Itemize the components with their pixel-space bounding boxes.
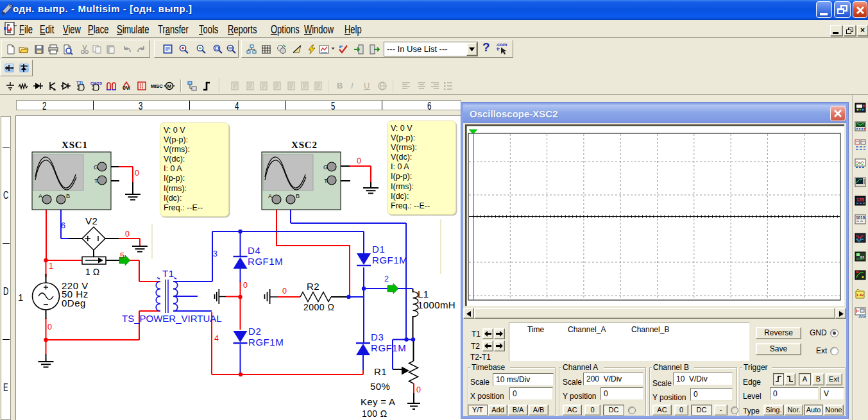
svg-text:B: B [66,193,70,199]
svg-text:1000mH: 1000mH [418,299,455,310]
svg-text:B: B [296,193,300,199]
svg-text:D4: D4 [248,245,260,256]
svg-text:123: 123 [856,197,864,202]
svg-text:2000 Ω: 2000 Ω [303,302,335,312]
svg-text:D1: D1 [372,244,385,255]
svg-text:3: 3 [213,249,217,258]
svg-text:L1: L1 [418,289,429,299]
svg-text:XSC2: XSC2 [291,140,318,150]
svg-text:T: T [324,178,328,184]
svg-text:0: 0 [125,230,130,239]
svg-text:R2: R2 [307,281,319,292]
svg-text:G: G [94,164,98,171]
svg-text:T1: T1 [162,268,174,279]
svg-text:A: A [38,193,42,199]
svg-text:XSC1: XSC1 [62,140,88,150]
svg-text:T: T [94,178,98,184]
svg-text:RGF1M: RGF1M [371,342,406,353]
svg-text:100 Ω: 100 Ω [362,408,387,419]
svg-text:1.4v: 1.4v [856,293,864,297]
svg-text:1 Ω: 1 Ω [85,267,99,277]
svg-text:V2: V2 [85,215,98,226]
svg-text:A: A [268,193,272,199]
svg-text:6: 6 [61,221,65,230]
svg-text:Key = A: Key = A [361,396,395,407]
svg-text:0: 0 [47,323,52,332]
svg-text:D2: D2 [248,326,261,337]
svg-text:01: 01 [860,255,865,259]
svg-text:D3: D3 [371,332,384,342]
svg-text:1010: 1010 [856,215,865,220]
svg-text:1: 1 [49,262,53,271]
svg-text:4: 4 [214,334,219,343]
svg-text:0: 0 [282,287,287,296]
svg-text:RGF1M: RGF1M [248,256,283,267]
svg-text:TS_POWER_VIRTUAL: TS_POWER_VIRTUAL [122,313,222,324]
svg-text:5: 5 [120,251,124,260]
svg-text:RGF1M: RGF1M [372,255,407,265]
svg-text:AG: AG [858,314,866,319]
svg-text:R1: R1 [374,366,387,377]
svg-text:2: 2 [384,274,389,283]
svg-text:0: 0 [416,385,421,394]
svg-text:RGF1M: RGF1M [248,337,284,348]
svg-text:50%: 50% [370,381,390,392]
svg-text:0: 0 [357,156,361,165]
svg-text:G: G [323,164,328,171]
svg-text:1: 1 [18,292,23,303]
svg-text:0: 0 [135,169,139,178]
svg-text:0: 0 [243,281,248,290]
svg-text:0Deg: 0Deg [62,298,86,308]
